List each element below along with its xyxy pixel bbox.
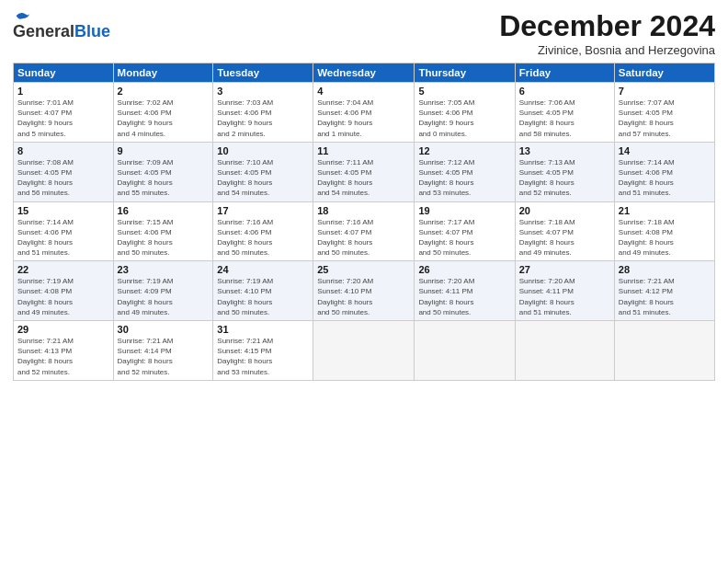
col-header-wednesday: Wednesday <box>313 63 415 83</box>
page: GeneralBlue December 2024 Zivinice, Bosn… <box>0 0 728 563</box>
day-info: Sunrise: 7:08 AMSunset: 4:05 PMDaylight:… <box>17 157 109 199</box>
day-number: 27 <box>519 264 610 275</box>
calendar-week-2: 8Sunrise: 7:08 AMSunset: 4:05 PMDaylight… <box>14 142 715 201</box>
day-info: Sunrise: 7:15 AMSunset: 4:06 PMDaylight:… <box>118 217 210 259</box>
calendar-cell: 3Sunrise: 7:03 AMSunset: 4:06 PMDaylight… <box>213 83 313 143</box>
day-number: 9 <box>118 145 210 156</box>
day-info: Sunrise: 7:13 AMSunset: 4:05 PMDaylight:… <box>519 157 610 199</box>
calendar-cell: 6Sunrise: 7:06 AMSunset: 4:05 PMDaylight… <box>515 83 614 143</box>
day-number: 14 <box>619 145 711 156</box>
day-info: Sunrise: 7:06 AMSunset: 4:05 PMDaylight:… <box>519 98 610 139</box>
day-number: 28 <box>619 264 711 275</box>
col-header-thursday: Thursday <box>415 63 515 83</box>
day-info: Sunrise: 7:14 AMSunset: 4:06 PMDaylight:… <box>619 157 711 199</box>
day-info: Sunrise: 7:19 AMSunset: 4:10 PMDaylight:… <box>217 276 309 317</box>
day-number: 8 <box>17 145 109 156</box>
calendar-cell: 2Sunrise: 7:02 AMSunset: 4:06 PMDaylight… <box>113 83 213 143</box>
day-number: 2 <box>118 86 210 97</box>
day-number: 20 <box>519 205 610 216</box>
logo-blue-text: Blue <box>74 22 110 40</box>
day-number: 19 <box>418 205 510 216</box>
location-subtitle: Zivinice, Bosnia and Herzegovina <box>499 43 715 57</box>
day-info: Sunrise: 7:01 AMSunset: 4:07 PMDaylight:… <box>17 98 109 139</box>
calendar-week-4: 22Sunrise: 7:19 AMSunset: 4:08 PMDayligh… <box>14 261 715 321</box>
calendar-week-3: 15Sunrise: 7:14 AMSunset: 4:06 PMDayligh… <box>14 201 715 261</box>
calendar-cell: 22Sunrise: 7:19 AMSunset: 4:08 PMDayligh… <box>14 261 114 321</box>
calendar-week-1: 1Sunrise: 7:01 AMSunset: 4:07 PMDaylight… <box>14 83 715 143</box>
col-header-monday: Monday <box>113 63 213 83</box>
day-number: 17 <box>217 205 309 216</box>
day-number: 16 <box>118 205 210 216</box>
day-info: Sunrise: 7:19 AMSunset: 4:08 PMDaylight:… <box>17 276 109 317</box>
day-number: 4 <box>317 86 410 97</box>
calendar-cell: 1Sunrise: 7:01 AMSunset: 4:07 PMDaylight… <box>14 83 114 143</box>
logo: GeneralBlue <box>13 9 110 41</box>
day-number: 31 <box>217 324 309 335</box>
day-number: 25 <box>317 264 410 275</box>
calendar-cell: 28Sunrise: 7:21 AMSunset: 4:12 PMDayligh… <box>614 261 714 321</box>
day-info: Sunrise: 7:12 AMSunset: 4:05 PMDaylight:… <box>418 157 510 199</box>
col-header-sunday: Sunday <box>14 63 114 83</box>
day-info: Sunrise: 7:16 AMSunset: 4:06 PMDaylight:… <box>217 217 309 259</box>
day-info: Sunrise: 7:02 AMSunset: 4:06 PMDaylight:… <box>118 98 210 139</box>
col-header-tuesday: Tuesday <box>213 63 313 83</box>
day-info: Sunrise: 7:21 AMSunset: 4:13 PMDaylight:… <box>17 336 109 377</box>
calendar-cell: 11Sunrise: 7:11 AMSunset: 4:05 PMDayligh… <box>313 142 415 201</box>
calendar-cell: 7Sunrise: 7:07 AMSunset: 4:05 PMDaylight… <box>614 83 714 143</box>
empty-cell <box>614 321 714 381</box>
day-info: Sunrise: 7:09 AMSunset: 4:05 PMDaylight:… <box>118 157 210 199</box>
calendar-cell: 8Sunrise: 7:08 AMSunset: 4:05 PMDaylight… <box>14 142 114 201</box>
day-number: 5 <box>418 86 510 97</box>
day-number: 11 <box>317 145 410 156</box>
day-number: 7 <box>619 86 711 97</box>
calendar-cell: 10Sunrise: 7:10 AMSunset: 4:05 PMDayligh… <box>213 142 313 201</box>
day-info: Sunrise: 7:07 AMSunset: 4:05 PMDaylight:… <box>619 98 711 139</box>
calendar-cell: 14Sunrise: 7:14 AMSunset: 4:06 PMDayligh… <box>614 142 714 201</box>
calendar-cell: 29Sunrise: 7:21 AMSunset: 4:13 PMDayligh… <box>14 321 114 381</box>
calendar-week-5: 29Sunrise: 7:21 AMSunset: 4:13 PMDayligh… <box>14 321 715 381</box>
day-info: Sunrise: 7:17 AMSunset: 4:07 PMDaylight:… <box>418 217 510 259</box>
calendar-cell: 30Sunrise: 7:21 AMSunset: 4:14 PMDayligh… <box>113 321 213 381</box>
day-info: Sunrise: 7:04 AMSunset: 4:06 PMDaylight:… <box>317 98 410 139</box>
calendar-cell: 27Sunrise: 7:20 AMSunset: 4:11 PMDayligh… <box>515 261 614 321</box>
calendar-cell: 21Sunrise: 7:18 AMSunset: 4:08 PMDayligh… <box>614 201 714 261</box>
calendar-cell: 4Sunrise: 7:04 AMSunset: 4:06 PMDaylight… <box>313 83 415 143</box>
calendar-cell: 17Sunrise: 7:16 AMSunset: 4:06 PMDayligh… <box>213 201 313 261</box>
calendar-cell: 23Sunrise: 7:19 AMSunset: 4:09 PMDayligh… <box>113 261 213 321</box>
day-info: Sunrise: 7:10 AMSunset: 4:05 PMDaylight:… <box>217 157 309 199</box>
day-number: 15 <box>17 205 109 216</box>
calendar-cell: 31Sunrise: 7:21 AMSunset: 4:15 PMDayligh… <box>213 321 313 381</box>
calendar-cell: 12Sunrise: 7:12 AMSunset: 4:05 PMDayligh… <box>415 142 515 201</box>
header: GeneralBlue December 2024 Zivinice, Bosn… <box>13 9 715 57</box>
month-title: December 2024 <box>499 9 715 43</box>
calendar-header-row: SundayMondayTuesdayWednesdayThursdayFrid… <box>14 63 715 83</box>
day-number: 13 <box>519 145 610 156</box>
title-area: December 2024 Zivinice, Bosnia and Herze… <box>499 9 715 57</box>
day-info: Sunrise: 7:18 AMSunset: 4:07 PMDaylight:… <box>519 217 610 259</box>
day-info: Sunrise: 7:05 AMSunset: 4:06 PMDaylight:… <box>418 98 510 139</box>
day-number: 10 <box>217 145 309 156</box>
day-number: 24 <box>217 264 309 275</box>
day-number: 12 <box>418 145 510 156</box>
calendar-cell: 18Sunrise: 7:16 AMSunset: 4:07 PMDayligh… <box>313 201 415 261</box>
empty-cell <box>415 321 515 381</box>
day-info: Sunrise: 7:18 AMSunset: 4:08 PMDaylight:… <box>619 217 711 259</box>
calendar-table: SundayMondayTuesdayWednesdayThursdayFrid… <box>13 63 715 381</box>
logo-bird-icon <box>15 9 31 22</box>
logo-general-text: General <box>13 22 74 40</box>
calendar-cell: 13Sunrise: 7:13 AMSunset: 4:05 PMDayligh… <box>515 142 614 201</box>
day-number: 18 <box>317 205 410 216</box>
day-number: 1 <box>17 86 109 97</box>
day-info: Sunrise: 7:21 AMSunset: 4:12 PMDaylight:… <box>619 276 711 317</box>
day-info: Sunrise: 7:03 AMSunset: 4:06 PMDaylight:… <box>217 98 309 139</box>
day-number: 29 <box>17 324 109 335</box>
day-number: 21 <box>619 205 711 216</box>
day-number: 3 <box>217 86 309 97</box>
calendar-cell: 16Sunrise: 7:15 AMSunset: 4:06 PMDayligh… <box>113 201 213 261</box>
day-info: Sunrise: 7:21 AMSunset: 4:15 PMDaylight:… <box>217 336 309 377</box>
day-number: 22 <box>17 264 109 275</box>
calendar-cell: 25Sunrise: 7:20 AMSunset: 4:10 PMDayligh… <box>313 261 415 321</box>
day-number: 26 <box>418 264 510 275</box>
day-number: 6 <box>519 86 610 97</box>
day-info: Sunrise: 7:16 AMSunset: 4:07 PMDaylight:… <box>317 217 410 259</box>
